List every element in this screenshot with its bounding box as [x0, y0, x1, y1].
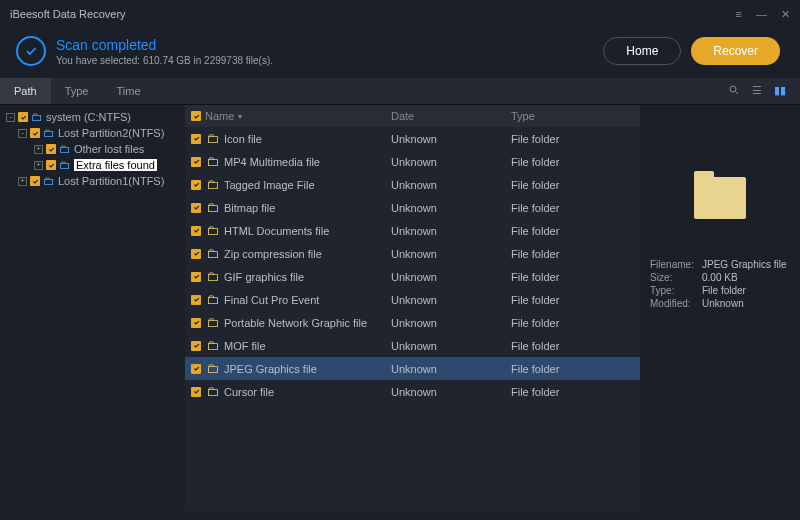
- menu-icon[interactable]: ≡: [736, 8, 742, 21]
- check-circle-icon: [16, 36, 46, 66]
- checkbox[interactable]: [191, 180, 201, 190]
- file-row[interactable]: 🗀MP4 Multimedia fileUnknownFile folder: [185, 150, 640, 173]
- file-date: Unknown: [391, 317, 511, 329]
- meta-filename: JPEG Graphics file: [702, 259, 790, 270]
- home-button[interactable]: Home: [603, 37, 681, 65]
- meta-filename-label: Filename:: [650, 259, 702, 270]
- sort-icon: ▾: [238, 112, 242, 121]
- col-type[interactable]: Type: [511, 110, 630, 122]
- tab-path[interactable]: Path: [0, 78, 51, 104]
- checkbox[interactable]: [30, 176, 40, 186]
- meta-type-label: Type:: [650, 285, 702, 296]
- file-row[interactable]: 🗀MOF fileUnknownFile folder: [185, 334, 640, 357]
- tree-label: system (C:NTFS): [46, 111, 131, 123]
- folder-icon: 🗀: [43, 174, 55, 188]
- header: Scan completed You have selected: 610.74…: [0, 28, 800, 78]
- checkbox[interactable]: [191, 226, 201, 236]
- checkbox[interactable]: [191, 318, 201, 328]
- checkbox[interactable]: [191, 364, 201, 374]
- tree-item[interactable]: +🗀Other lost files: [6, 141, 179, 157]
- close-icon[interactable]: ✕: [781, 8, 790, 21]
- folder-icon: 🗀: [206, 131, 219, 146]
- app-title: iBeesoft Data Recovery: [10, 8, 126, 20]
- file-row[interactable]: 🗀Final Cut Pro EventUnknownFile folder: [185, 288, 640, 311]
- file-type: File folder: [511, 156, 630, 168]
- file-row[interactable]: 🗀Zip compression fileUnknownFile folder: [185, 242, 640, 265]
- folder-icon: 🗀: [206, 292, 219, 307]
- file-date: Unknown: [391, 271, 511, 283]
- tab-time[interactable]: Time: [103, 78, 155, 104]
- file-name: HTML Documents file: [224, 225, 329, 237]
- col-date[interactable]: Date: [391, 110, 511, 122]
- tree-label: Other lost files: [74, 143, 144, 155]
- scan-title: Scan completed: [56, 37, 273, 53]
- svg-point-0: [730, 86, 736, 92]
- folder-icon: 🗀: [206, 177, 219, 192]
- file-name: JPEG Graphics file: [224, 363, 317, 375]
- folder-icon: 🗀: [59, 142, 71, 156]
- checkbox[interactable]: [191, 272, 201, 282]
- file-name: MOF file: [224, 340, 266, 352]
- checkbox[interactable]: [191, 341, 201, 351]
- checkbox[interactable]: [46, 160, 56, 170]
- file-row[interactable]: 🗀Tagged Image FileUnknownFile folder: [185, 173, 640, 196]
- folder-icon: 🗀: [31, 110, 43, 124]
- file-date: Unknown: [391, 294, 511, 306]
- recover-button[interactable]: Recover: [691, 37, 780, 65]
- expander-icon[interactable]: +: [18, 177, 27, 186]
- file-type: File folder: [511, 317, 630, 329]
- file-name: MP4 Multimedia file: [224, 156, 320, 168]
- details-panel: Filename:JPEG Graphics file Size:0.00 KB…: [640, 105, 800, 511]
- checkbox[interactable]: [191, 249, 201, 259]
- file-row[interactable]: 🗀Icon fileUnknownFile folder: [185, 127, 640, 150]
- checkbox[interactable]: [191, 157, 201, 167]
- col-name[interactable]: Name: [205, 110, 234, 122]
- file-name: Bitmap file: [224, 202, 275, 214]
- tree-item[interactable]: -🗀Lost Partition2(NTFS): [6, 125, 179, 141]
- meta-size-label: Size:: [650, 272, 702, 283]
- checkbox[interactable]: [191, 387, 201, 397]
- file-row[interactable]: 🗀HTML Documents fileUnknownFile folder: [185, 219, 640, 242]
- tree-label: Lost Partition1(NTFS): [58, 175, 164, 187]
- tab-type[interactable]: Type: [51, 78, 103, 104]
- tree-item[interactable]: +🗀Lost Partition1(NTFS): [6, 173, 179, 189]
- tree-item[interactable]: -🗀system (C:NTFS): [6, 109, 179, 125]
- file-row[interactable]: 🗀GIF graphics fileUnknownFile folder: [185, 265, 640, 288]
- file-name: GIF graphics file: [224, 271, 304, 283]
- file-type: File folder: [511, 225, 630, 237]
- checkbox[interactable]: [191, 295, 201, 305]
- file-type: File folder: [511, 202, 630, 214]
- file-type: File folder: [511, 179, 630, 191]
- file-date: Unknown: [391, 386, 511, 398]
- folder-icon: 🗀: [206, 200, 219, 215]
- file-row[interactable]: 🗀JPEG Graphics fileUnknownFile folder: [185, 357, 640, 380]
- file-date: Unknown: [391, 363, 511, 375]
- file-name: Final Cut Pro Event: [224, 294, 319, 306]
- tree-item[interactable]: +🗀Extra files found: [6, 157, 179, 173]
- search-icon[interactable]: [728, 84, 740, 98]
- file-row[interactable]: 🗀Bitmap fileUnknownFile folder: [185, 196, 640, 219]
- file-name: Icon file: [224, 133, 262, 145]
- minimize-icon[interactable]: —: [756, 8, 767, 21]
- list-header: Name ▾ Date Type: [185, 105, 640, 127]
- expander-icon[interactable]: -: [6, 113, 15, 122]
- folder-icon: 🗀: [206, 315, 219, 330]
- tree-label: Extra files found: [74, 159, 157, 171]
- file-row[interactable]: 🗀Portable Network Graphic fileUnknownFil…: [185, 311, 640, 334]
- expander-icon[interactable]: +: [34, 161, 43, 170]
- checkbox[interactable]: [30, 128, 40, 138]
- file-date: Unknown: [391, 133, 511, 145]
- list-view-icon[interactable]: ☰: [752, 84, 762, 98]
- checkbox[interactable]: [191, 203, 201, 213]
- meta-size: 0.00 KB: [702, 272, 790, 283]
- grid-view-icon[interactable]: ▮▮: [774, 84, 786, 98]
- file-date: Unknown: [391, 202, 511, 214]
- select-all-checkbox[interactable]: [191, 111, 201, 121]
- expander-icon[interactable]: -: [18, 129, 27, 138]
- checkbox[interactable]: [18, 112, 28, 122]
- file-row[interactable]: 🗀Cursor fileUnknownFile folder: [185, 380, 640, 403]
- tree-panel: -🗀system (C:NTFS)-🗀Lost Partition2(NTFS)…: [0, 105, 185, 511]
- checkbox[interactable]: [46, 144, 56, 154]
- checkbox[interactable]: [191, 134, 201, 144]
- expander-icon[interactable]: +: [34, 145, 43, 154]
